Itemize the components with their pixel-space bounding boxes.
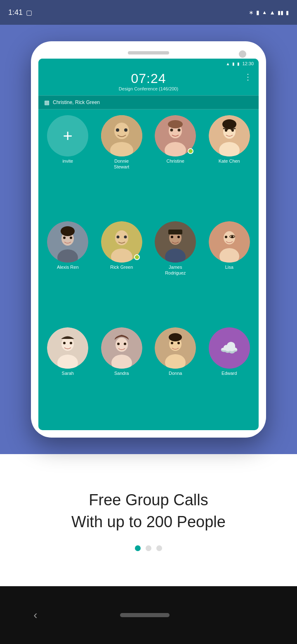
promo-section: Free Group Calls With up to 200 People (0, 454, 297, 586)
pagination-dots (135, 545, 162, 551)
participants-grid: invite (38, 109, 259, 430)
dot-2[interactable] (146, 545, 151, 551)
svg-point-55 (171, 342, 173, 344)
participant-sarah[interactable]: Sarah (42, 327, 94, 424)
svg-point-22 (63, 237, 66, 239)
participant-christine[interactable]: Christine (149, 115, 202, 218)
participant-donnie[interactable]: DonnieStewart (96, 115, 148, 218)
svg-point-3 (116, 128, 119, 132)
participant-lisa[interactable]: Lisa (203, 221, 256, 324)
svg-point-8 (170, 129, 173, 132)
bottom-nav: ‹ (0, 586, 297, 644)
sarah-label: Sarah (62, 370, 74, 376)
signal-icon: ▮▮ (278, 9, 283, 16)
donna-label: Donna (169, 370, 182, 376)
svg-point-4 (124, 128, 127, 132)
svg-point-56 (177, 342, 180, 344)
invite-label: invite (62, 158, 73, 164)
status-time: 1:41 (8, 8, 23, 17)
phone-top-bar (38, 49, 259, 59)
participant-alexis[interactable]: Alexis Ren (42, 221, 94, 324)
app-time: 12:30 (242, 61, 254, 66)
svg-point-23 (70, 237, 72, 239)
christine-online-dot (188, 148, 193, 154)
promo-line1: Free Group Calls (71, 489, 226, 511)
promo-text: Free Group Calls With up to 200 People (71, 489, 226, 533)
participant-kate[interactable]: Kate Chen (203, 115, 256, 218)
app-header: ⋮ 07:24 Design Conference (146/200) (38, 69, 259, 95)
app-battery-icon: ▮ (237, 62, 240, 66)
svg-point-50 (117, 343, 120, 345)
alexis-label: Alexis Ren (57, 264, 79, 270)
hero-section: ▲ ▮ ▮ 12:30 ⋮ 07:24 Design Conference (1… (0, 25, 297, 454)
app-status-bar: ▲ ▮ ▮ 12:30 (38, 59, 259, 69)
call-title: Design Conference (146/200) (44, 86, 253, 91)
phone-camera (239, 50, 246, 58)
james-label: JamesRodriguez (165, 264, 186, 276)
christine-label: Christine (167, 158, 184, 164)
status-right: ∗ ▮ ▲ ▲ ▮▮ ▮ (249, 9, 289, 16)
svg-point-9 (178, 129, 181, 132)
phone-speaker (128, 51, 169, 54)
active-speakers: Christine, Rick Green (53, 99, 100, 105)
lisa-label: Lisa (225, 264, 233, 270)
active-speaker-bar: ▩ Christine, Rick Green (38, 95, 259, 109)
app-wifi-icon: ▲ (226, 62, 230, 66)
status-left: 1:41 ▢ (8, 8, 32, 17)
participant-edward[interactable]: ☁️ Edward (203, 327, 256, 424)
battery-icon: ▮ (286, 9, 289, 16)
speaker-icon: ▩ (44, 99, 50, 106)
svg-point-10 (168, 120, 183, 128)
participant-james[interactable]: JamesRodriguez (149, 221, 202, 324)
kate-label: Kate Chen (219, 158, 240, 164)
call-timer: 07:24 (44, 71, 253, 86)
svg-point-33 (171, 236, 173, 238)
rick-label: Rick Green (110, 264, 133, 270)
edward-label: Edward (222, 370, 237, 376)
dot-3[interactable] (156, 545, 162, 551)
app-signal-icon: ▮ (232, 62, 235, 66)
dot-1[interactable] (135, 545, 141, 551)
participant-sandra[interactable]: Sandra (96, 327, 148, 424)
phone-mockup: ▲ ▮ ▮ 12:30 ⋮ 07:24 Design Conference (1… (31, 41, 266, 438)
svg-point-24 (61, 226, 75, 236)
participant-rick[interactable]: Rick Green (96, 221, 148, 324)
svg-point-29 (124, 236, 127, 239)
donnie-label: DonnieStewart (114, 158, 129, 170)
svg-point-39 (225, 236, 227, 238)
svg-point-18 (222, 119, 236, 129)
edward-avatar: ☁️ (209, 327, 250, 369)
participant-donna[interactable]: Donna (149, 327, 202, 424)
invite-button[interactable] (47, 115, 88, 156)
invite-participant[interactable]: invite (42, 115, 94, 218)
sandra-label: Sandra (114, 370, 129, 376)
rick-online-dot (134, 254, 140, 260)
data-icon: ▲ (262, 9, 267, 15)
promo-line2: With up to 200 People (71, 511, 226, 533)
status-bar: 1:41 ▢ ∗ ▮ ▲ ▲ ▮▮ ▮ (0, 0, 297, 25)
svg-point-16 (225, 129, 227, 132)
home-pill[interactable] (120, 613, 170, 617)
back-button[interactable]: ‹ (33, 608, 37, 622)
screenshot-icon: ▢ (26, 9, 32, 17)
svg-point-28 (116, 236, 119, 239)
svg-point-57 (169, 333, 182, 341)
bluetooth-icon: ∗ (249, 9, 254, 16)
svg-point-45 (63, 342, 66, 344)
svg-point-34 (177, 236, 180, 238)
svg-point-17 (231, 129, 234, 132)
svg-point-51 (124, 343, 126, 345)
more-menu-button[interactable]: ⋮ (244, 72, 253, 82)
svg-rect-35 (168, 230, 182, 234)
wifi-icon: ▲ (269, 9, 275, 16)
app-screen: ▲ ▮ ▮ 12:30 ⋮ 07:24 Design Conference (1… (38, 59, 259, 430)
vibrate-icon: ▮ (256, 9, 259, 16)
svg-point-46 (70, 342, 72, 344)
